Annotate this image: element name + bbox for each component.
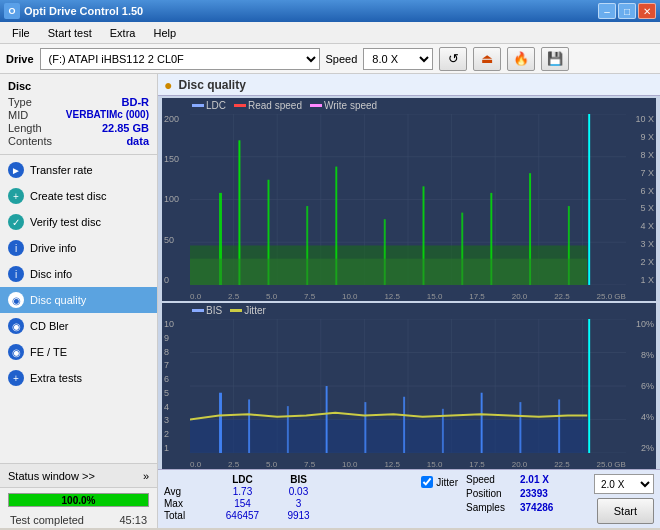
nav-disc-info[interactable]: i Disc info: [0, 261, 157, 287]
nav-disc-info-label: Disc info: [30, 268, 72, 280]
cd-bler-icon: ◉: [8, 318, 24, 334]
stats-avg-ldc: 1.73: [215, 486, 270, 497]
nav-create-test-disc-label: Create test disc: [30, 190, 106, 202]
speed-label: Speed: [466, 474, 516, 485]
progress-bar-container: 100.0%: [8, 493, 149, 507]
samples-label: Samples: [466, 502, 516, 513]
disc-mid-val: VERBATIMc (000): [66, 109, 149, 121]
top-y-right-8x: 8 X: [628, 150, 654, 160]
drive-select[interactable]: (F:) ATAPI iHBS112 2 CL0F: [40, 48, 320, 70]
nav-drive-info[interactable]: i Drive info: [0, 235, 157, 261]
disc-type-val: BD-R: [122, 96, 150, 108]
verify-test-disc-icon: ✓: [8, 214, 24, 230]
app-icon: O: [4, 3, 20, 19]
legend-bis: BIS: [192, 305, 222, 316]
nav-disc-quality[interactable]: ◉ Disc quality: [0, 287, 157, 313]
stats-total-bis: 9913: [271, 510, 326, 521]
save-button[interactable]: 💾: [541, 47, 569, 71]
top-x-17.5: 17.5: [469, 292, 485, 301]
bottom-y-labels-left: 10 9 8 7 6 5 4 3 2 1: [162, 319, 190, 453]
top-x-22.5: 22.5: [554, 292, 570, 301]
content-area: ● Disc quality LDC Read speed Write spee…: [158, 74, 660, 528]
top-y-50: 50: [164, 235, 188, 245]
window-controls[interactable]: – □ ✕: [598, 3, 656, 19]
menu-file[interactable]: File: [4, 25, 38, 41]
top-x-7.5: 7.5: [304, 292, 315, 301]
drive-label: Drive: [6, 53, 34, 65]
stats-total-ldc: 646457: [215, 510, 270, 521]
top-y-200: 200: [164, 114, 188, 124]
speed-x-select[interactable]: 2.0 X: [594, 474, 654, 494]
title-text: O Opti Drive Control 1.50: [4, 3, 143, 19]
maximize-button[interactable]: □: [618, 3, 636, 19]
legend-write-speed-label: Write speed: [324, 100, 377, 111]
nav-fe-te[interactable]: ◉ FE / TE: [0, 339, 157, 365]
speed-row: Speed 2.01 X: [466, 474, 586, 485]
nav-extra-tests[interactable]: + Extra tests: [0, 365, 157, 391]
menu-help[interactable]: Help: [145, 25, 184, 41]
top-y-labels-left: 200 150 100 50 0: [162, 114, 190, 285]
top-y-labels-right: 10 X 9 X 8 X 7 X 6 X 5 X 4 X 3 X 2 X 1 X: [626, 114, 656, 285]
bottom-x-2.5: 2.5: [228, 460, 239, 469]
top-x-2.5: 2.5: [228, 292, 239, 301]
stats-max-ldc: 154: [215, 498, 270, 509]
close-button[interactable]: ✕: [638, 3, 656, 19]
burn-button[interactable]: 🔥: [507, 47, 535, 71]
legend-bis-label: BIS: [206, 305, 222, 316]
bottom-y-3: 3: [164, 415, 188, 425]
status-window-button[interactable]: Status window >> »: [0, 464, 157, 488]
stats-header-ldc: LDC: [215, 474, 270, 485]
nav-verify-test-disc[interactable]: ✓ Verify test disc: [0, 209, 157, 235]
svg-rect-50: [481, 393, 483, 453]
bottom-y-right-2pct: 2%: [628, 443, 654, 453]
refresh-button[interactable]: ↺: [439, 47, 467, 71]
nav-cd-bler[interactable]: ◉ CD Bler: [0, 313, 157, 339]
create-test-disc-icon: +: [8, 188, 24, 204]
stats-total-label: Total: [164, 510, 214, 521]
sidebar: Disc Type BD-R MID VERBATIMc (000) Lengt…: [0, 74, 158, 528]
bottom-y-right-6pct: 6%: [628, 381, 654, 391]
nav-items: ► Transfer rate + Create test disc ✓ Ver…: [0, 155, 157, 463]
speed-select[interactable]: 8.0 X: [363, 48, 433, 70]
test-completed-label: Test completed: [4, 513, 90, 527]
disc-quality-header: ● Disc quality: [158, 74, 660, 96]
start-button[interactable]: Start: [597, 498, 654, 524]
disc-contents-val: data: [126, 135, 149, 147]
legend-read-speed-label: Read speed: [248, 100, 302, 111]
jitter-checkbox[interactable]: [421, 476, 433, 488]
disc-mid-row: MID VERBATIMc (000): [8, 109, 149, 121]
bottom-y-9: 9: [164, 333, 188, 343]
transfer-rate-icon: ►: [8, 162, 24, 178]
bottom-x-12.5: 12.5: [384, 460, 400, 469]
nav-create-test-disc[interactable]: + Create test disc: [0, 183, 157, 209]
bottom-x-10: 10.0: [342, 460, 358, 469]
bis-color: [192, 309, 204, 312]
legend-ldc: LDC: [192, 100, 226, 111]
disc-section-title: Disc: [8, 80, 149, 92]
top-chart: LDC Read speed Write speed 200 150 100 5…: [162, 98, 656, 301]
disc-contents-row: Contents data: [8, 135, 149, 147]
progress-bar-fill: 100.0%: [9, 494, 148, 506]
legend-jitter-label: Jitter: [244, 305, 266, 316]
jitter-label: Jitter: [436, 477, 458, 488]
disc-quality-icon: ◉: [8, 292, 24, 308]
menu-start-test[interactable]: Start test: [40, 25, 100, 41]
eject-button[interactable]: ⏏: [473, 47, 501, 71]
nav-fe-te-label: FE / TE: [30, 346, 67, 358]
nav-transfer-rate[interactable]: ► Transfer rate: [0, 157, 157, 183]
stats-max-bis: 3: [271, 498, 326, 509]
stats-avg-label: Avg: [164, 486, 214, 497]
minimize-button[interactable]: –: [598, 3, 616, 19]
legend-read-speed: Read speed: [234, 100, 302, 111]
top-y-right-7x: 7 X: [628, 168, 654, 178]
bottom-x-0: 0.0: [190, 460, 201, 469]
legend-write-speed: Write speed: [310, 100, 377, 111]
progress-text: 100.0%: [62, 495, 96, 506]
disc-type-row: Type BD-R: [8, 96, 149, 108]
disc-length-val: 22.85 GB: [102, 122, 149, 134]
svg-rect-26: [190, 259, 587, 285]
stats-header-empty: [164, 474, 214, 485]
jitter-check-row[interactable]: Jitter: [421, 476, 458, 488]
svg-rect-47: [364, 402, 366, 453]
menu-extra[interactable]: Extra: [102, 25, 144, 41]
